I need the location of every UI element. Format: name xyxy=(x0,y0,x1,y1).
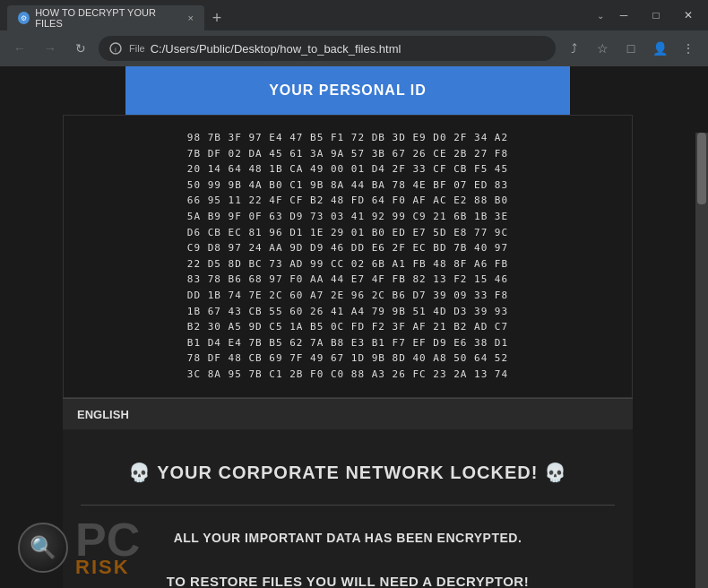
extensions-icon[interactable]: □ xyxy=(618,36,643,61)
file-protocol: File xyxy=(129,43,145,54)
browser-chrome: ⚙ HOW TO DECRYPT YOUR FILES × + ⌄ ─ □ ✕ … xyxy=(0,0,708,66)
personal-id-header: YOUR PERSONAL ID xyxy=(125,66,570,115)
page-wrapper: YOUR PERSONAL ID 98 7B 3F 97 E4 47 B5 F1… xyxy=(0,66,708,588)
main-content: 💀 YOUR CORPORATE NETWORK LOCKED! 💀 ALL Y… xyxy=(63,429,633,589)
url-text: C:/Users/Public/Desktop/how_to_back_file… xyxy=(151,42,545,56)
tab-favicon: ⚙ xyxy=(18,12,30,24)
scrollbar[interactable] xyxy=(695,133,708,588)
bookmark-icon[interactable]: ☆ xyxy=(590,36,615,61)
window-controls: ⌄ ─ □ ✕ xyxy=(597,3,701,28)
maximize-button[interactable]: □ xyxy=(643,3,669,28)
active-tab[interactable]: ⚙ HOW TO DECRYPT YOUR FILES × xyxy=(7,5,204,30)
language-bar: ENGLISH xyxy=(63,398,633,429)
forward-button[interactable]: → xyxy=(38,36,63,61)
restore-message: TO RESTORE FILES YOU WILL NEED A DECRYPT… xyxy=(81,559,615,589)
personal-id-label: YOUR PERSONAL ID xyxy=(269,82,427,98)
tab-title: HOW TO DECRYPT YOUR FILES xyxy=(35,7,177,29)
encrypted-message: ALL YOUR IMPORTANT DATA HAS BEEN ENCRYPT… xyxy=(81,513,615,559)
address-bar[interactable]: i File C:/Users/Public/Desktop/how_to_ba… xyxy=(99,36,556,61)
title-bar: ⚙ HOW TO DECRYPT YOUR FILES × + ⌄ ─ □ ✕ xyxy=(0,0,708,30)
profile-icon[interactable]: 👤 xyxy=(647,36,672,61)
nav-bar: ← → ↻ i File C:/Users/Public/Desktop/how… xyxy=(0,30,708,66)
new-tab-button[interactable]: + xyxy=(204,5,229,30)
scrollbar-thumb[interactable] xyxy=(697,133,706,204)
language-label: ENGLISH xyxy=(77,408,129,421)
minimize-button[interactable]: ─ xyxy=(611,3,636,28)
protocol-indicator: i xyxy=(109,42,124,55)
svg-text:i: i xyxy=(115,46,117,54)
tab-close-button[interactable]: × xyxy=(188,13,194,23)
page-content: YOUR PERSONAL ID 98 7B 3F 97 E4 47 B5 F1… xyxy=(0,66,695,588)
back-button[interactable]: ← xyxy=(7,36,32,61)
menu-icon[interactable]: ⋮ xyxy=(676,36,701,61)
hex-block: 98 7B 3F 97 E4 47 B5 F1 72 DB 3D E9 D0 2… xyxy=(63,115,633,398)
title-bar-left: ⚙ HOW TO DECRYPT YOUR FILES × + xyxy=(7,0,229,30)
close-button[interactable]: ✕ xyxy=(676,3,701,28)
share-icon[interactable]: ⤴ xyxy=(561,36,586,61)
refresh-button[interactable]: ↻ xyxy=(68,36,93,61)
chevron-down-icon[interactable]: ⌄ xyxy=(597,11,604,21)
hex-content: 98 7B 3F 97 E4 47 B5 F1 72 DB 3D E9 D0 2… xyxy=(82,130,614,383)
tab-area: ⚙ HOW TO DECRYPT YOUR FILES × + xyxy=(7,0,229,30)
network-locked-message: 💀 YOUR CORPORATE NETWORK LOCKED! 💀 xyxy=(81,447,615,497)
divider-1 xyxy=(81,505,615,506)
nav-icons: ⤴ ☆ □ 👤 ⋮ xyxy=(561,36,701,61)
